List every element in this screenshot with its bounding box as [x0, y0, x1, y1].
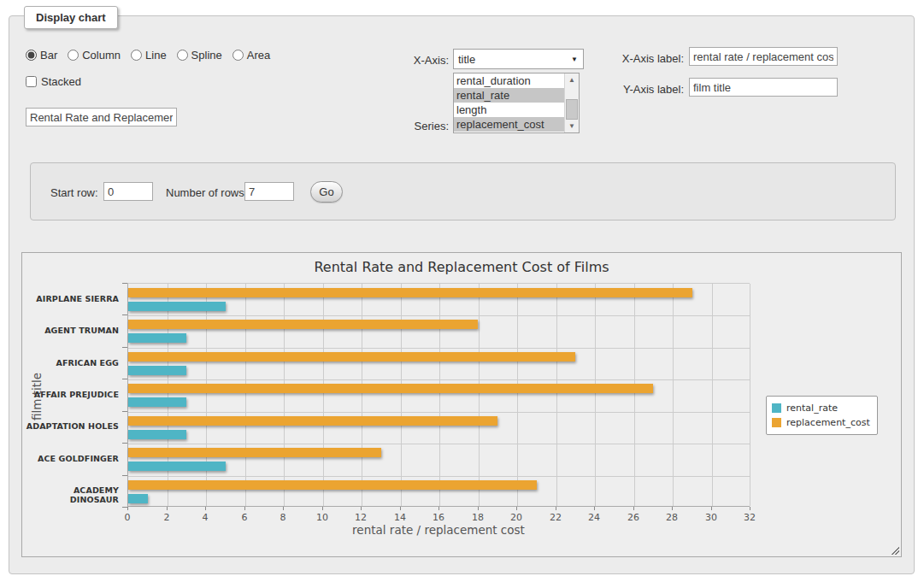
series-option-length[interactable]: length	[454, 103, 564, 117]
gridline-x	[712, 284, 713, 506]
gridline-y	[128, 412, 750, 413]
resize-handle-icon[interactable]	[890, 545, 899, 555]
chart-title-input[interactable]	[26, 108, 177, 126]
x-axis-tick	[478, 507, 479, 510]
start-row-input[interactable]	[103, 182, 153, 201]
bar-replacement_cost	[128, 384, 653, 393]
x-axis-tick-label: 0	[115, 512, 140, 523]
x-axis-tick	[167, 507, 168, 510]
chart-type-option-spline: Spline	[177, 49, 222, 62]
series-option-rental_rate[interactable]: rental_rate	[454, 88, 564, 103]
chart-type-radio-area[interactable]	[232, 50, 244, 61]
x-axis-tick-label: 6	[232, 512, 257, 523]
scroll-up-icon[interactable]: ▲	[565, 73, 579, 86]
x-axis-tick-label: 32	[737, 512, 762, 523]
x-axis-tick	[750, 507, 750, 510]
bar-replacement_cost	[128, 288, 692, 297]
rows-panel: Start row: Number of rows: Go	[30, 162, 896, 220]
x-axis-select[interactable]: title ▼	[453, 49, 584, 69]
legend-label: replacement_cost	[786, 417, 870, 428]
x-axis-tick-label: 22	[543, 512, 568, 523]
gridline-x	[479, 284, 480, 506]
chart-type-label: Area	[247, 49, 270, 62]
category-label: AFRICAN EGG	[22, 358, 119, 367]
gridline-x	[284, 284, 285, 506]
x-axis-tick-label: 12	[348, 512, 374, 523]
x-axis-tick	[633, 507, 634, 510]
gridline-x	[556, 284, 557, 506]
bar-rental_rate	[128, 430, 186, 439]
x-axis-tick	[672, 507, 673, 510]
gridline-y	[128, 379, 750, 380]
x-axis-label-input[interactable]	[689, 47, 838, 66]
x-axis-tick	[711, 507, 712, 510]
scroll-down-icon[interactable]: ▼	[565, 120, 579, 132]
scrollbar-thumb[interactable]	[566, 99, 578, 120]
chart-legend: rental_ratereplacement_cost	[766, 396, 878, 435]
chart-type-radio-spline[interactable]	[177, 50, 188, 61]
bar-rental_rate	[128, 461, 226, 471]
chart-container: Rental Rate and Replacement Cost of Film…	[21, 252, 902, 557]
y-axis-tick	[122, 443, 127, 444]
page: Display chart BarColumnLineSplineArea St…	[0, 0, 924, 582]
x-axis-tick	[205, 507, 206, 510]
gridline-x	[750, 284, 750, 506]
y-axis-tick	[122, 347, 127, 348]
x-axis-tick	[400, 507, 401, 510]
fieldset-legend: Display chart	[24, 6, 118, 29]
gridline-x	[673, 284, 674, 506]
series-option-replacement_cost[interactable]: replacement_cost	[454, 117, 564, 132]
x-axis-tick-label: 14	[387, 512, 413, 523]
x-axis-tick	[438, 507, 439, 510]
x-axis-tick-label: 18	[465, 512, 491, 523]
gridline-y	[128, 348, 750, 349]
x-axis-tick-label: 20	[503, 512, 529, 523]
x-axis-tick-label: 2	[154, 512, 180, 523]
legend-item-rental_rate[interactable]: rental_rate	[772, 401, 870, 415]
chart-type-radio-column[interactable]	[68, 50, 79, 61]
series-option-rental_duration[interactable]: rental_duration	[454, 73, 564, 88]
series-options: rental_durationrental_ratelengthreplacem…	[454, 73, 564, 132]
x-axis-tick-label: 10	[309, 512, 335, 523]
x-axis-select-label: X-Axis:	[376, 54, 449, 67]
category-label: ADAPTATION HOLES	[22, 421, 119, 431]
x-axis-tick-label: 16	[426, 512, 451, 523]
series-listbox[interactable]: rental_durationrental_ratelengthreplacem…	[453, 73, 580, 133]
x-axis-label-field-label: X-Axis label:	[611, 52, 684, 65]
bar-rental_rate	[128, 302, 226, 311]
gridline-x	[362, 284, 362, 506]
go-button[interactable]: Go	[310, 181, 343, 203]
gridline-y	[128, 315, 750, 316]
bar-replacement_cost	[128, 352, 575, 362]
chart-type-radio-line[interactable]	[131, 50, 142, 61]
chart-type-label: Spline	[191, 49, 222, 62]
x-axis-tick-label: 24	[581, 512, 607, 523]
category-label: ACADEMY DINOSAUR	[22, 485, 119, 504]
chart-title: Rental Rate and Replacement Cost of Film…	[22, 259, 901, 275]
gridline-x	[401, 284, 402, 506]
number-of-rows-input[interactable]	[244, 182, 294, 201]
legend-item-replacement_cost[interactable]: replacement_cost	[772, 415, 870, 430]
legend-label: rental_rate	[786, 403, 838, 414]
x-axis-tick-label: 4	[192, 512, 218, 523]
chart-type-label: Line	[145, 49, 167, 62]
x-axis-tick-label: 30	[698, 512, 724, 523]
bar-rental_rate	[128, 494, 148, 503]
chart-type-radio-bar[interactable]	[26, 50, 37, 61]
x-axis-tick	[516, 507, 517, 510]
bar-replacement_cost	[128, 320, 478, 329]
y-axis-tick	[122, 283, 127, 284]
y-axis-label-input[interactable]	[689, 78, 838, 97]
gridline-x	[634, 284, 635, 506]
category-label: AFFAIR PREJUDICE	[22, 390, 119, 399]
legend-swatch-icon	[772, 418, 781, 427]
category-label: AGENT TRUMAN	[22, 326, 119, 335]
chart-type-radio-group: BarColumnLineSplineArea	[26, 49, 277, 62]
x-axis-tick	[127, 507, 128, 510]
gridline-x	[206, 284, 207, 506]
stacked-checkbox[interactable]	[26, 76, 37, 87]
series-scrollbar[interactable]: ▲ ▼	[564, 73, 579, 132]
bar-rental_rate	[128, 397, 186, 407]
x-axis-select-value: title	[458, 53, 475, 66]
y-axis-tick	[122, 411, 127, 412]
